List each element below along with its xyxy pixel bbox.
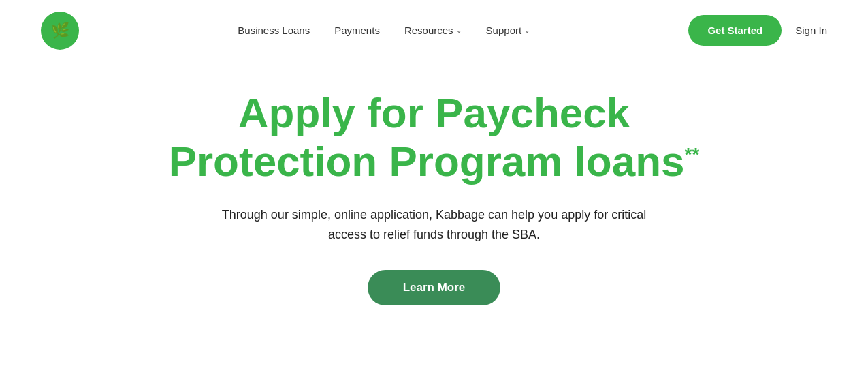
- header-actions: Get Started Sign In: [688, 15, 827, 46]
- hero-section: Apply for Paycheck Protection Program lo…: [0, 61, 868, 326]
- nav-resources[interactable]: Resources ⌄: [404, 25, 462, 36]
- nav-payments[interactable]: Payments: [334, 25, 380, 36]
- sign-in-link[interactable]: Sign In: [795, 25, 827, 36]
- support-chevron-icon: ⌄: [524, 27, 530, 34]
- nav-support[interactable]: Support ⌄: [486, 25, 530, 36]
- hero-title-line2: Protection Program loans: [169, 138, 685, 185]
- nav-business-loans[interactable]: Business Loans: [238, 25, 310, 36]
- leaf-icon: 🌿: [51, 23, 69, 38]
- nav-support-label: Support: [486, 25, 522, 36]
- hero-title-line1: Apply for Paycheck: [238, 89, 630, 136]
- main-nav: Business Loans Payments Resources ⌄ Supp…: [238, 25, 530, 36]
- hero-title: Apply for Paycheck Protection Program lo…: [169, 89, 700, 186]
- resources-chevron-icon: ⌄: [456, 27, 462, 34]
- learn-more-button[interactable]: Learn More: [368, 270, 501, 305]
- hero-title-superscript: **: [685, 145, 700, 166]
- nav-resources-label: Resources: [404, 25, 453, 36]
- hero-subtitle: Through our simple, online application, …: [203, 205, 666, 245]
- site-header: 🌿 Business Loans Payments Resources ⌄ Su…: [0, 0, 868, 61]
- get-started-button[interactable]: Get Started: [688, 15, 782, 46]
- logo[interactable]: 🌿: [41, 12, 79, 50]
- logo-area: 🌿: [41, 12, 79, 50]
